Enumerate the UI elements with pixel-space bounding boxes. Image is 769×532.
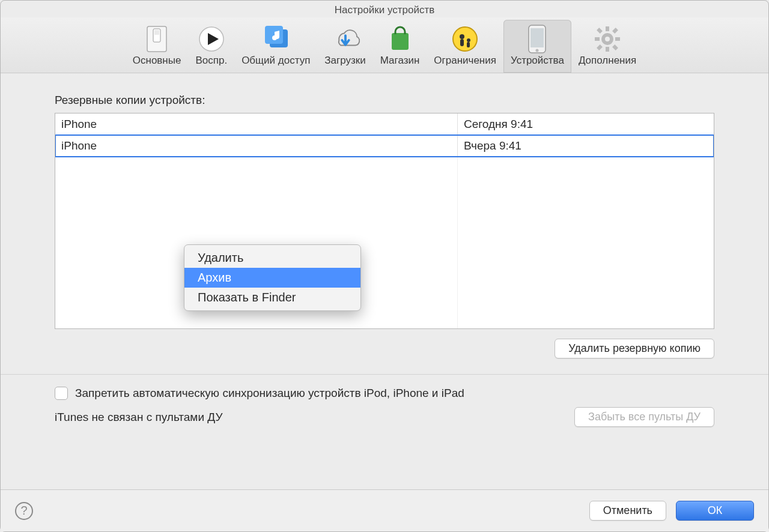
backup-date: Вчера 9:41: [458, 135, 714, 156]
backup-date: Сегодня 9:41: [458, 113, 714, 135]
backup-device-name: iPhone: [55, 113, 458, 135]
svg-rect-22: [612, 28, 618, 34]
tab-sharing[interactable]: Общий доступ: [234, 20, 317, 73]
svg-rect-6: [265, 26, 283, 44]
backup-row[interactable]: iPhone Сегодня 9:41: [55, 113, 714, 135]
forget-remotes-button[interactable]: Забыть все пульты ДУ: [574, 407, 714, 427]
svg-rect-7: [392, 33, 409, 50]
preferences-window: Настройки устройств Основные Воспр. Общи…: [0, 0, 769, 532]
switch-icon: [142, 25, 171, 53]
prevent-sync-checkbox[interactable]: [55, 387, 68, 400]
tab-downloads[interactable]: Загрузки: [317, 20, 372, 73]
svg-rect-2: [154, 30, 159, 35]
play-icon: [197, 25, 226, 53]
window-title: Настройки устройств: [1, 1, 768, 17]
tab-advanced[interactable]: Дополнения: [571, 20, 643, 73]
svg-rect-23: [597, 44, 603, 50]
context-menu: Удалить Архив Показать в Finder: [184, 244, 361, 311]
content-pane: Резервные копии устройств: iPhone Сегодн…: [1, 73, 768, 489]
menu-item-delete[interactable]: Удалить: [184, 248, 360, 268]
backup-device-name: iPhone: [55, 135, 458, 156]
svg-rect-11: [460, 39, 464, 46]
cloud-download-icon: [331, 25, 360, 53]
svg-point-15: [536, 49, 539, 52]
tab-restrictions[interactable]: Ограничения: [427, 20, 503, 73]
shopping-bag-icon: [386, 25, 415, 53]
prevent-sync-label: Запретить автоматическую синхронизацию у…: [75, 387, 464, 400]
delete-backup-button[interactable]: Удалить резервную копию: [555, 339, 714, 358]
svg-rect-24: [612, 44, 618, 50]
tab-store[interactable]: Магазин: [373, 20, 427, 73]
tab-devices[interactable]: Устройства: [503, 20, 571, 73]
svg-point-8: [453, 27, 477, 51]
menu-item-archive[interactable]: Архив: [184, 268, 360, 288]
svg-point-9: [460, 34, 464, 39]
dialog-footer: ? Отменить ОК: [1, 489, 768, 531]
svg-rect-19: [595, 37, 600, 41]
svg-rect-17: [606, 26, 609, 31]
tab-playback[interactable]: Воспр.: [188, 20, 234, 73]
preferences-toolbar: Основные Воспр. Общий доступ Загрузки Ма…: [1, 17, 768, 73]
cancel-button[interactable]: Отменить: [589, 501, 666, 521]
ok-button[interactable]: ОК: [676, 501, 754, 521]
svg-rect-12: [467, 42, 470, 47]
svg-rect-20: [615, 37, 620, 41]
music-note-icon: [261, 25, 290, 53]
help-button[interactable]: ?: [15, 502, 33, 520]
svg-rect-14: [530, 28, 544, 47]
menu-item-show-in-finder[interactable]: Показать в Finder: [184, 288, 360, 307]
parental-icon: [451, 25, 479, 53]
svg-rect-18: [606, 47, 609, 52]
backup-row[interactable]: iPhone Вчера 9:41: [55, 135, 714, 157]
tab-general[interactable]: Основные: [126, 20, 189, 73]
svg-rect-21: [597, 28, 603, 34]
backups-list[interactable]: iPhone Сегодня 9:41 iPhone Вчера 9:41: [55, 113, 714, 329]
phone-icon: [523, 25, 552, 53]
backups-label: Резервные копии устройств:: [55, 94, 714, 107]
divider: [1, 374, 768, 375]
svg-point-25: [605, 37, 610, 41]
remotes-status-text: iTunes не связан с пультами ДУ: [55, 411, 222, 424]
gear-icon: [593, 25, 622, 53]
svg-point-10: [467, 38, 470, 42]
